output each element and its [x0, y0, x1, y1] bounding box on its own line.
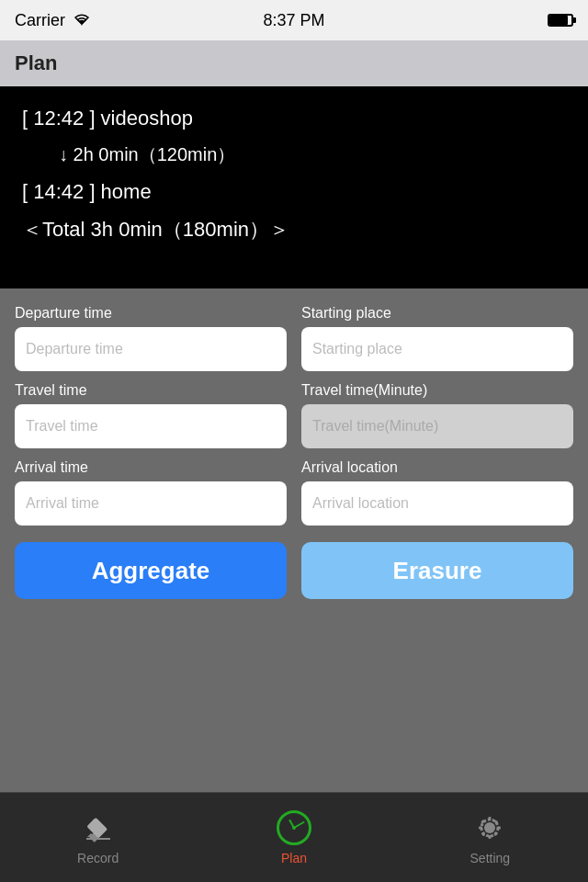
plan-row-3: [ 14:42 ] home	[22, 176, 566, 207]
starting-place-input[interactable]	[301, 327, 573, 371]
plan-row-4: ＜Total 3h 0min（180min）＞	[22, 216, 566, 243]
departure-time-label: Departure time	[15, 305, 287, 322]
setting-tab-label: Setting	[470, 851, 511, 865]
tab-record[interactable]: Record	[0, 810, 196, 865]
arrival-time-input[interactable]	[15, 481, 287, 526]
travel-time-minute-input[interactable]	[301, 404, 573, 448]
plan-row-2: ↓ 2h 0min（120min）	[22, 142, 566, 167]
tab-bar: Record Plan	[0, 792, 588, 882]
plan-display: [ 12:42 ] videoshop ↓ 2h 0min（120min） [ …	[0, 86, 588, 288]
departure-time-input[interactable]	[15, 327, 287, 371]
plan-tab-label: Plan	[281, 851, 307, 865]
travel-time-minute-label: Travel time(Minute)	[301, 382, 573, 399]
travel-time-minute-group: Travel time(Minute)	[301, 382, 573, 448]
svg-rect-13	[481, 831, 486, 836]
arrival-time-label: Arrival time	[15, 459, 287, 476]
svg-rect-9	[497, 826, 501, 829]
form-area: Departure time Starting place Travel tim…	[0, 288, 588, 614]
form-grid: Departure time Starting place Travel tim…	[15, 305, 573, 526]
setting-gear-icon	[472, 810, 507, 845]
status-left: Carrier	[15, 11, 91, 30]
svg-rect-11	[493, 831, 498, 836]
aggregate-button[interactable]: Aggregate	[15, 542, 287, 599]
svg-rect-8	[479, 826, 482, 829]
erasure-button[interactable]: Erasure	[301, 542, 573, 599]
arrival-location-input[interactable]	[301, 481, 573, 526]
nav-title: Plan	[15, 51, 57, 75]
arrival-location-group: Arrival location	[301, 459, 573, 526]
arrival-time-group: Arrival time	[15, 459, 287, 526]
nav-bar: Plan	[0, 40, 588, 86]
status-bar: Carrier 8:37 PM	[0, 0, 588, 40]
battery-icon	[548, 14, 573, 27]
plan-clock-icon	[277, 810, 311, 845]
record-icon	[81, 810, 116, 845]
departure-time-group: Departure time	[15, 305, 287, 371]
travel-time-label: Travel time	[15, 382, 287, 399]
status-time: 8:37 PM	[263, 11, 324, 30]
record-tab-label: Record	[77, 851, 119, 865]
travel-time-input[interactable]	[15, 404, 287, 448]
arrival-location-label: Arrival location	[301, 459, 573, 476]
svg-rect-7	[489, 835, 492, 839]
tab-plan[interactable]: Plan	[196, 810, 391, 865]
button-row: Aggregate Erasure	[15, 542, 573, 599]
svg-point-4	[484, 822, 495, 833]
plan-row-1: [ 12:42 ] videoshop	[22, 103, 566, 133]
carrier-label: Carrier	[15, 11, 65, 30]
wifi-icon	[73, 14, 91, 27]
starting-place-label: Starting place	[301, 305, 573, 322]
svg-rect-6	[489, 817, 492, 820]
starting-place-group: Starting place	[301, 305, 573, 371]
travel-time-group: Travel time	[15, 382, 287, 448]
tab-setting[interactable]: Setting	[392, 810, 588, 865]
